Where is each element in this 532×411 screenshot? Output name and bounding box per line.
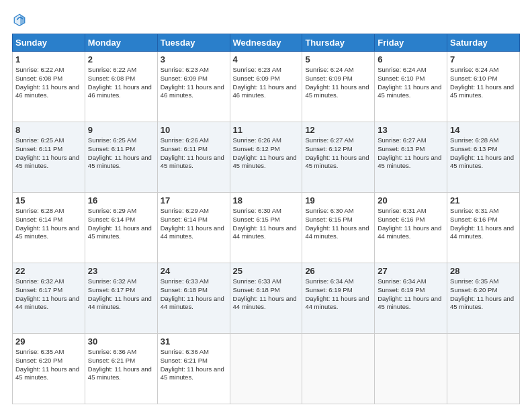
- day-info: Sunrise: 6:29 AMSunset: 6:14 PMDaylight:…: [88, 207, 154, 241]
- calendar-cell: 2Sunrise: 6:22 AMSunset: 6:08 PMDaylight…: [85, 52, 157, 122]
- calendar-cell: 14Sunrise: 6:28 AMSunset: 6:13 PMDayligh…: [447, 122, 520, 193]
- day-number: 19: [305, 195, 371, 205]
- day-number: 27: [378, 266, 444, 276]
- day-number: 3: [161, 54, 227, 64]
- day-info: Sunrise: 6:34 AMSunset: 6:19 PMDaylight:…: [378, 277, 444, 312]
- calendar-cell: 15Sunrise: 6:28 AMSunset: 6:14 PMDayligh…: [13, 193, 85, 263]
- weekday-header-friday: Friday: [375, 34, 447, 52]
- day-info: Sunrise: 6:33 AMSunset: 6:18 PMDaylight:…: [233, 277, 300, 312]
- calendar-cell: 22Sunrise: 6:32 AMSunset: 6:17 PMDayligh…: [13, 263, 85, 334]
- calendar-cell: 8Sunrise: 6:25 AMSunset: 6:11 PMDaylight…: [13, 122, 85, 193]
- weekday-header-wednesday: Wednesday: [230, 34, 302, 52]
- calendar-week-3: 15Sunrise: 6:28 AMSunset: 6:14 PMDayligh…: [13, 193, 520, 263]
- day-number: 17: [161, 195, 227, 205]
- calendar-cell: 27Sunrise: 6:34 AMSunset: 6:19 PMDayligh…: [375, 263, 447, 334]
- calendar-cell: 24Sunrise: 6:33 AMSunset: 6:18 PMDayligh…: [157, 263, 230, 334]
- day-info: Sunrise: 6:22 AMSunset: 6:08 PMDaylight:…: [15, 66, 82, 100]
- weekday-header-row: SundayMondayTuesdayWednesdayThursdayFrid…: [13, 34, 520, 52]
- day-number: 24: [161, 266, 227, 276]
- calendar-cell: 26Sunrise: 6:34 AMSunset: 6:19 PMDayligh…: [302, 263, 375, 334]
- day-number: 31: [161, 336, 227, 347]
- calendar-cell: 7Sunrise: 6:24 AMSunset: 6:10 PMDaylight…: [447, 52, 520, 122]
- calendar-cell: 29Sunrise: 6:35 AMSunset: 6:20 PMDayligh…: [13, 334, 85, 404]
- day-info: Sunrise: 6:30 AMSunset: 6:15 PMDaylight:…: [305, 207, 371, 241]
- day-number: 18: [233, 195, 300, 205]
- day-info: Sunrise: 6:28 AMSunset: 6:13 PMDaylight:…: [450, 136, 517, 171]
- day-number: 12: [305, 125, 371, 135]
- day-number: 14: [450, 125, 517, 135]
- calendar-cell: [230, 334, 302, 404]
- calendar-cell: 17Sunrise: 6:29 AMSunset: 6:14 PMDayligh…: [157, 193, 230, 263]
- day-number: 30: [88, 336, 154, 347]
- day-number: 21: [450, 195, 517, 205]
- day-number: 8: [15, 125, 82, 135]
- day-info: Sunrise: 6:27 AMSunset: 6:12 PMDaylight:…: [305, 136, 371, 171]
- day-number: 7: [450, 54, 517, 64]
- calendar-cell: 25Sunrise: 6:33 AMSunset: 6:18 PMDayligh…: [230, 263, 302, 334]
- calendar-cell: 3Sunrise: 6:23 AMSunset: 6:09 PMDaylight…: [157, 52, 230, 122]
- day-number: 10: [161, 125, 227, 135]
- weekday-header-sunday: Sunday: [13, 34, 85, 52]
- day-info: Sunrise: 6:28 AMSunset: 6:14 PMDaylight:…: [15, 207, 82, 241]
- day-info: Sunrise: 6:26 AMSunset: 6:11 PMDaylight:…: [161, 136, 227, 171]
- calendar-cell: 9Sunrise: 6:25 AMSunset: 6:11 PMDaylight…: [85, 122, 157, 193]
- calendar-cell: 5Sunrise: 6:24 AMSunset: 6:09 PMDaylight…: [302, 52, 375, 122]
- calendar-cell: 20Sunrise: 6:31 AMSunset: 6:16 PMDayligh…: [375, 193, 447, 263]
- day-number: 11: [233, 125, 300, 135]
- day-info: Sunrise: 6:29 AMSunset: 6:14 PMDaylight:…: [161, 207, 227, 241]
- day-info: Sunrise: 6:25 AMSunset: 6:11 PMDaylight:…: [15, 136, 82, 171]
- day-number: 23: [88, 266, 154, 276]
- day-info: Sunrise: 6:30 AMSunset: 6:15 PMDaylight:…: [233, 207, 300, 241]
- calendar-cell: 10Sunrise: 6:26 AMSunset: 6:11 PMDayligh…: [157, 122, 230, 193]
- day-number: 28: [450, 266, 517, 276]
- calendar-cell: 30Sunrise: 6:36 AMSunset: 6:21 PMDayligh…: [85, 334, 157, 404]
- day-info: Sunrise: 6:32 AMSunset: 6:17 PMDaylight:…: [88, 277, 154, 312]
- calendar-cell: 11Sunrise: 6:26 AMSunset: 6:12 PMDayligh…: [230, 122, 302, 193]
- day-info: Sunrise: 6:25 AMSunset: 6:11 PMDaylight:…: [88, 136, 154, 171]
- day-number: 6: [378, 54, 444, 64]
- page: SundayMondayTuesdayWednesdayThursdayFrid…: [0, 0, 532, 411]
- calendar-table: SundayMondayTuesdayWednesdayThursdayFrid…: [12, 34, 520, 404]
- logo-icon: [12, 12, 27, 27]
- calendar-cell: 4Sunrise: 6:23 AMSunset: 6:09 PMDaylight…: [230, 52, 302, 122]
- day-number: 15: [15, 195, 82, 205]
- day-info: Sunrise: 6:24 AMSunset: 6:10 PMDaylight:…: [450, 66, 517, 100]
- calendar-cell: 19Sunrise: 6:30 AMSunset: 6:15 PMDayligh…: [302, 193, 375, 263]
- calendar-cell: 6Sunrise: 6:24 AMSunset: 6:10 PMDaylight…: [375, 52, 447, 122]
- weekday-header-thursday: Thursday: [302, 34, 375, 52]
- calendar-cell: 21Sunrise: 6:31 AMSunset: 6:16 PMDayligh…: [447, 193, 520, 263]
- day-info: Sunrise: 6:32 AMSunset: 6:17 PMDaylight:…: [15, 277, 82, 312]
- day-info: Sunrise: 6:35 AMSunset: 6:20 PMDaylight:…: [450, 277, 517, 312]
- day-info: Sunrise: 6:22 AMSunset: 6:08 PMDaylight:…: [88, 66, 154, 100]
- calendar-cell: [302, 334, 375, 404]
- day-info: Sunrise: 6:36 AMSunset: 6:21 PMDaylight:…: [88, 348, 154, 382]
- weekday-header-tuesday: Tuesday: [157, 34, 230, 52]
- day-number: 13: [378, 125, 444, 135]
- calendar-week-1: 1Sunrise: 6:22 AMSunset: 6:08 PMDaylight…: [13, 52, 520, 122]
- day-number: 4: [233, 54, 300, 64]
- day-number: 26: [305, 266, 371, 276]
- day-number: 2: [88, 54, 154, 64]
- calendar-cell: 12Sunrise: 6:27 AMSunset: 6:12 PMDayligh…: [302, 122, 375, 193]
- day-number: 20: [378, 195, 444, 205]
- logo: [12, 12, 30, 27]
- calendar-week-5: 29Sunrise: 6:35 AMSunset: 6:20 PMDayligh…: [13, 334, 520, 404]
- calendar-cell: 23Sunrise: 6:32 AMSunset: 6:17 PMDayligh…: [85, 263, 157, 334]
- day-info: Sunrise: 6:24 AMSunset: 6:10 PMDaylight:…: [378, 66, 444, 100]
- logo-area: [12, 12, 30, 27]
- weekday-header-saturday: Saturday: [447, 34, 520, 52]
- calendar-cell: 1Sunrise: 6:22 AMSunset: 6:08 PMDaylight…: [13, 52, 85, 122]
- day-info: Sunrise: 6:23 AMSunset: 6:09 PMDaylight:…: [161, 66, 227, 100]
- calendar-cell: [447, 334, 520, 404]
- day-info: Sunrise: 6:23 AMSunset: 6:09 PMDaylight:…: [233, 66, 300, 100]
- calendar-cell: 31Sunrise: 6:36 AMSunset: 6:21 PMDayligh…: [157, 334, 230, 404]
- day-number: 16: [88, 195, 154, 205]
- day-number: 29: [15, 336, 82, 347]
- calendar-cell: 13Sunrise: 6:27 AMSunset: 6:13 PMDayligh…: [375, 122, 447, 193]
- day-info: Sunrise: 6:35 AMSunset: 6:20 PMDaylight:…: [15, 348, 82, 382]
- calendar-week-2: 8Sunrise: 6:25 AMSunset: 6:11 PMDaylight…: [13, 122, 520, 193]
- day-info: Sunrise: 6:24 AMSunset: 6:09 PMDaylight:…: [305, 66, 371, 100]
- day-info: Sunrise: 6:34 AMSunset: 6:19 PMDaylight:…: [305, 277, 371, 312]
- day-info: Sunrise: 6:31 AMSunset: 6:16 PMDaylight:…: [450, 207, 517, 241]
- calendar-cell: 16Sunrise: 6:29 AMSunset: 6:14 PMDayligh…: [85, 193, 157, 263]
